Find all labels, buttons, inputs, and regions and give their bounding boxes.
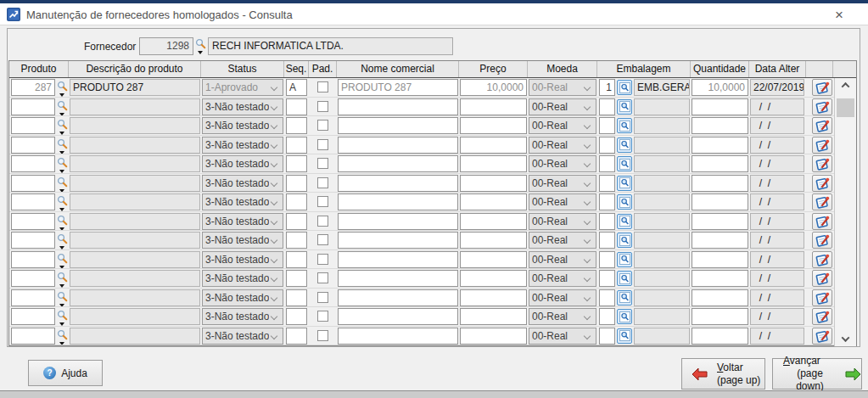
preco-input[interactable] [460,232,527,249]
preco-input[interactable] [460,308,527,325]
edit-row-button[interactable] [812,175,832,192]
pad-checkbox[interactable] [317,177,328,188]
produto-search-icon[interactable] [57,272,68,288]
edit-row-button[interactable] [812,155,832,172]
scroll-down-button[interactable] [835,332,856,346]
moeda-dropdown[interactable]: 00-Real [529,175,596,192]
status-dropdown[interactable]: 1-Aprovado [202,79,283,96]
page-up-button[interactable]: Voltar (page up) [681,358,765,390]
produto-search-icon[interactable] [57,195,68,211]
quantidade-input[interactable] [692,328,748,345]
pad-checkbox[interactable] [317,216,328,227]
produto-search-icon[interactable] [57,81,68,97]
seq-input[interactable] [286,79,307,96]
seq-input[interactable] [286,98,307,115]
quantidade-input[interactable] [692,232,748,249]
produto-search-icon[interactable] [57,329,68,345]
nome-comercial-input[interactable] [338,308,458,325]
status-dropdown[interactable]: 3-Não testado [202,155,283,172]
page-down-button[interactable]: Avançar (page down) [772,358,862,390]
produto-search-icon[interactable] [57,215,68,231]
quantidade-input[interactable] [692,270,748,287]
embalagem-view-button[interactable] [617,156,632,171]
seq-input[interactable] [286,193,307,210]
embalagem-view-button[interactable] [617,118,632,133]
edit-row-button[interactable] [812,98,832,115]
produto-input[interactable] [11,232,55,249]
moeda-dropdown[interactable]: 00-Real [529,251,596,268]
embalagem-view-button[interactable] [617,99,632,115]
pad-checkbox[interactable] [317,120,328,131]
quantidade-input[interactable] [692,175,748,192]
produto-input[interactable] [11,137,55,154]
nome-comercial-input[interactable] [338,213,458,230]
embalagem-num-input[interactable] [599,117,615,134]
fornecedor-code-field[interactable]: 1298 [139,37,193,55]
edit-row-button[interactable] [812,79,832,96]
pad-checkbox[interactable] [317,101,328,112]
produto-input[interactable] [11,213,55,230]
preco-input[interactable] [460,175,527,192]
moeda-dropdown[interactable]: 00-Real [529,232,596,249]
embalagem-num-input[interactable] [599,213,615,230]
nome-comercial-input[interactable] [338,251,458,268]
nome-comercial-input[interactable] [338,270,458,287]
status-dropdown[interactable]: 3-Não testado [202,308,283,325]
quantidade-input[interactable] [692,289,748,306]
preco-input[interactable] [460,155,527,172]
produto-search-icon[interactable] [57,157,68,173]
produto-input[interactable] [11,98,55,115]
edit-row-button[interactable] [812,232,832,249]
pad-checkbox[interactable] [317,272,328,283]
produto-search-icon[interactable] [57,233,68,249]
moeda-dropdown[interactable]: 00-Real [529,270,596,287]
embalagem-view-button[interactable] [617,194,632,210]
seq-input[interactable] [286,232,307,249]
preco-input[interactable] [460,98,527,115]
embalagem-num-input[interactable] [599,328,615,345]
produto-input[interactable] [11,270,55,287]
preco-input[interactable] [460,137,527,154]
pad-checkbox[interactable] [317,311,328,322]
pad-checkbox[interactable] [317,234,328,245]
status-dropdown[interactable]: 3-Não testado [202,137,283,154]
nome-comercial-input[interactable] [338,155,458,172]
status-dropdown[interactable]: 3-Não testado [202,251,283,268]
quantidade-input[interactable] [692,251,748,268]
produto-search-icon[interactable] [57,119,68,135]
quantidade-input[interactable] [692,308,748,325]
seq-input[interactable] [286,289,307,306]
edit-row-button[interactable] [812,213,832,230]
seq-input[interactable] [286,137,307,154]
embalagem-num-input[interactable] [599,193,615,210]
embalagem-num-input[interactable] [599,270,615,287]
preco-input[interactable] [460,251,527,268]
fornecedor-search-icon[interactable] [195,38,206,55]
seq-input[interactable] [286,117,307,134]
edit-row-button[interactable] [812,328,832,345]
produto-input[interactable] [11,155,55,172]
produto-input[interactable] [11,289,55,306]
produto-search-icon[interactable] [57,100,68,116]
pad-checkbox[interactable] [317,330,328,341]
preco-input[interactable] [460,270,527,287]
embalagem-num-input[interactable] [599,155,615,172]
status-dropdown[interactable]: 3-Não testado [202,193,283,210]
embalagem-num-input[interactable] [599,232,615,249]
moeda-dropdown[interactable]: 00-Real [529,79,596,96]
status-dropdown[interactable]: 3-Não testado [202,175,283,192]
preco-input[interactable] [460,328,527,345]
produto-search-icon[interactable] [57,291,68,307]
embalagem-view-button[interactable] [617,290,632,306]
nome-comercial-input[interactable] [338,117,458,134]
moeda-dropdown[interactable]: 00-Real [529,289,596,306]
preco-input[interactable] [460,117,527,134]
quantidade-input[interactable] [692,193,748,210]
nome-comercial-input[interactable] [338,232,458,249]
nome-comercial-input[interactable] [338,175,458,192]
preco-input[interactable] [460,79,527,96]
embalagem-view-button[interactable] [617,176,632,191]
edit-row-button[interactable] [812,193,832,210]
produto-input[interactable] [11,193,55,210]
pad-checkbox[interactable] [317,81,328,92]
